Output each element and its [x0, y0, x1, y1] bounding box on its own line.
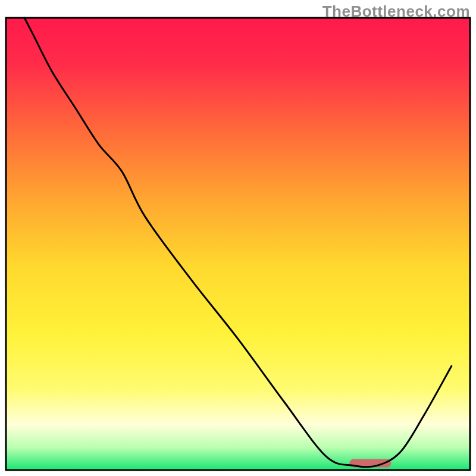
bottleneck-chart [0, 0, 476, 476]
gradient-background [6, 18, 470, 470]
chart-container: { "watermark": "TheBottleneck.com", "cha… [0, 0, 476, 476]
